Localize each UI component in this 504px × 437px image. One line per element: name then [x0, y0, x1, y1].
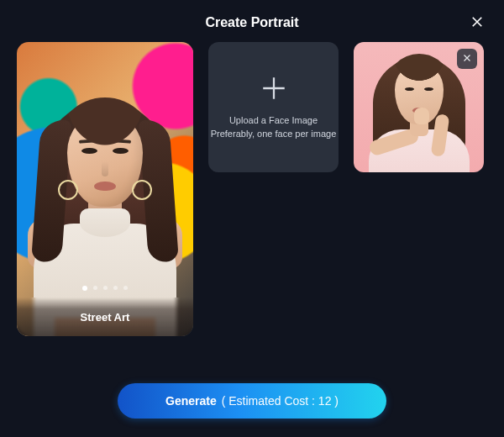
carousel-dot[interactable] [103, 286, 108, 290]
generate-button[interactable]: Generate ( Estimated Cost : 12 ) [118, 383, 386, 419]
close-button[interactable] [465, 12, 489, 35]
plus-icon [260, 74, 288, 106]
close-icon [470, 14, 485, 33]
content-row: Street Art Upload a Face Image Preferabl… [0, 42, 504, 336]
generate-label: Generate [165, 394, 217, 408]
carousel-dot[interactable] [82, 286, 87, 291]
uploaded-face-preview [354, 42, 484, 172]
close-icon [462, 51, 472, 66]
upload-line-2: Preferably, one face per image [211, 128, 337, 141]
upload-face-button[interactable]: Upload a Face Image Preferably, one face… [208, 42, 339, 172]
carousel-dot[interactable] [123, 286, 128, 290]
upload-line-1: Upload a Face Image [229, 115, 318, 125]
generate-cost: ( Estimated Cost : 12 ) [222, 394, 339, 408]
carousel-dot[interactable] [93, 286, 97, 290]
upload-instructions: Upload a Face Image Preferably, one face… [211, 114, 337, 141]
style-caption: Street Art [17, 297, 193, 336]
remove-image-button[interactable] [457, 49, 477, 69]
right-column: Upload a Face Image Preferably, one face… [208, 42, 487, 172]
create-portrait-modal: Create Portrait [0, 0, 504, 437]
style-card[interactable]: Street Art [17, 42, 193, 336]
carousel-dots[interactable] [17, 286, 193, 291]
modal-title: Create Portrait [0, 0, 504, 42]
carousel-dot[interactable] [113, 286, 118, 290]
